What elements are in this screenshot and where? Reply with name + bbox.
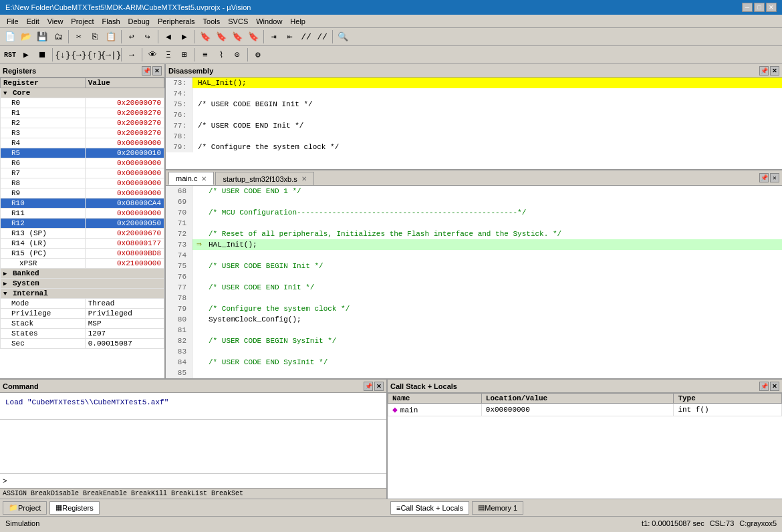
back-btn[interactable]: ◀ bbox=[161, 29, 176, 44]
restore-button[interactable]: □ bbox=[754, 3, 765, 12]
registers-table[interactable]: Register Value ▼ CoreR00x20000070R10x200… bbox=[0, 78, 164, 378]
status-col: CSL:73 bbox=[710, 519, 735, 527]
step-into-btn[interactable]: {↓} bbox=[55, 47, 70, 62]
redo-btn[interactable]: ↪ bbox=[140, 29, 155, 44]
btab-project[interactable]: 📁 Project bbox=[3, 501, 47, 515]
uncomment-btn[interactable]: // bbox=[315, 29, 330, 44]
callstack-content[interactable]: Name Location/Value Type ◆main0x00000000… bbox=[388, 393, 782, 499]
command-output-area[interactable]: Load "CubeMTXTest5\\CubeMTXTest5.axf" bbox=[0, 393, 386, 419]
search-btn[interactable]: 🔍 bbox=[336, 29, 350, 44]
registers-tab-label: Registers bbox=[62, 504, 93, 512]
right-panels: Disassembly 📌 ✕ 73: HAL_Init();74:75: /*… bbox=[166, 64, 782, 378]
menu-view[interactable]: View bbox=[43, 16, 68, 27]
disassembly-title: Disassembly bbox=[168, 67, 213, 75]
comment-btn[interactable]: // bbox=[299, 29, 313, 44]
next-bookmark-btn[interactable]: 🔖 bbox=[230, 29, 245, 44]
outdent-btn[interactable]: ⇤ bbox=[283, 29, 297, 44]
callstack-pin-btn[interactable]: 📌 bbox=[759, 382, 769, 391]
callstack-title: Call Stack + Locals bbox=[390, 382, 457, 390]
callstack-header-buttons: 📌 ✕ bbox=[759, 382, 779, 391]
disasm-btn[interactable]: ≡ bbox=[198, 47, 213, 62]
step-over-btn[interactable]: {→} bbox=[72, 47, 86, 62]
callstack-panel: Call Stack + Locals 📌 ✕ Name Location/Va… bbox=[388, 380, 782, 499]
table-row: ◆main0x00000000int f() bbox=[388, 404, 782, 416]
cut-btn[interactable]: ✂ bbox=[72, 29, 86, 44]
title-controls: ─ □ ✕ bbox=[742, 3, 777, 12]
command-scrollable[interactable] bbox=[0, 420, 386, 473]
btab-registers[interactable]: ▦ Registers bbox=[49, 501, 99, 515]
stop-btn[interactable]: ⏹ bbox=[35, 47, 49, 62]
registers-header-buttons: 📌 ✕ bbox=[142, 66, 162, 76]
watch-btn[interactable]: 👁 bbox=[145, 47, 160, 62]
mem-btn[interactable]: Ξ bbox=[161, 47, 176, 62]
disassembly-content[interactable]: 73: HAL_Init();74:75: /* USER CODE BEGIN… bbox=[166, 78, 782, 169]
copy-btn[interactable]: ⎘ bbox=[88, 29, 102, 44]
code-pin-btn[interactable]: 📌 bbox=[759, 173, 769, 182]
btab-memory1[interactable]: ▤ Memory 1 bbox=[472, 501, 523, 515]
callstack-close-btn[interactable]: ✕ bbox=[770, 382, 779, 391]
settings-btn[interactable]: ⚙ bbox=[251, 47, 265, 62]
run-to-cursor-btn[interactable]: {→|} bbox=[104, 47, 118, 62]
save-all-btn[interactable]: 🗂 bbox=[51, 29, 66, 44]
title-text: E:\New Folder\CubeMTXTest5\MDK-ARM\CubeM… bbox=[5, 3, 251, 11]
command-input[interactable] bbox=[10, 477, 384, 485]
run-btn[interactable]: ▶ bbox=[19, 47, 33, 62]
minimize-button[interactable]: ─ bbox=[742, 3, 753, 12]
status-time: t1: 0.00015087 sec bbox=[642, 519, 704, 527]
regs-btn[interactable]: ⊞ bbox=[177, 47, 192, 62]
toolbar-2: RST ▶ ⏹ {↓} {→} {↑} {→|} → 👁 Ξ ⊞ ≡ ⌇ ⊙ ⚙ bbox=[0, 46, 782, 64]
close-button[interactable]: ✕ bbox=[766, 3, 777, 12]
menu-window[interactable]: Window bbox=[252, 16, 286, 27]
menu-debug[interactable]: Debug bbox=[124, 16, 154, 27]
trace-btn[interactable]: ⌇ bbox=[214, 47, 229, 62]
registers-pin-btn[interactable]: 📌 bbox=[142, 66, 151, 76]
menu-flash[interactable]: Flash bbox=[98, 16, 124, 27]
new-file-btn[interactable]: 📄 bbox=[3, 29, 17, 44]
sep7 bbox=[52, 48, 53, 61]
undo-btn[interactable]: ↩ bbox=[124, 29, 139, 44]
bottom-panels: Command 📌 ✕ Load "CubeMTXTest5\\CubeMTXT… bbox=[0, 378, 782, 499]
memory1-tab-icon: ▤ bbox=[478, 503, 485, 512]
rst-btn[interactable]: RST bbox=[3, 47, 17, 62]
command-header-buttons: 📌 ✕ bbox=[364, 382, 384, 391]
sep8 bbox=[121, 48, 122, 61]
prev-bookmark-btn[interactable]: 🔖 bbox=[214, 29, 229, 44]
menu-tools[interactable]: Tools bbox=[199, 16, 225, 27]
code-tab-main-c[interactable]: main.c✕ bbox=[168, 172, 214, 185]
disassembly-pin-btn[interactable]: 📌 bbox=[759, 66, 769, 76]
command-input-area: > bbox=[0, 473, 386, 488]
sep1 bbox=[68, 30, 69, 43]
menu-project[interactable]: Project bbox=[67, 16, 98, 27]
command-header: Command 📌 ✕ bbox=[0, 380, 386, 393]
code-close-btn[interactable]: ✕ bbox=[770, 173, 779, 182]
status-extra: C:grayxox5 bbox=[739, 519, 777, 527]
registers-close-btn[interactable]: ✕ bbox=[152, 66, 162, 76]
bookmark-btn[interactable]: 🔖 bbox=[198, 29, 213, 44]
indent-btn[interactable]: ⇥ bbox=[267, 29, 281, 44]
sep10 bbox=[194, 48, 195, 61]
save-btn[interactable]: 💾 bbox=[35, 29, 49, 44]
menu-file[interactable]: File bbox=[3, 16, 23, 27]
btab-callstack[interactable]: ≡ Call Stack + Locals bbox=[390, 501, 469, 515]
command-prompt: > bbox=[3, 477, 7, 485]
disassembly-close-btn[interactable]: ✕ bbox=[770, 66, 779, 76]
bottom-tab-left: 📁 Project ▦ Registers bbox=[0, 501, 388, 515]
perf-btn[interactable]: ⊙ bbox=[230, 47, 245, 62]
menu-edit[interactable]: Edit bbox=[23, 16, 43, 27]
command-close-btn[interactable]: ✕ bbox=[374, 382, 384, 391]
memory1-tab-label: Memory 1 bbox=[485, 504, 517, 512]
show-next-stmt-btn[interactable]: → bbox=[124, 47, 139, 62]
clear-bookmark-btn[interactable]: 🔖 bbox=[246, 29, 261, 44]
menu-peripherals[interactable]: Peripherals bbox=[154, 16, 199, 27]
open-btn[interactable]: 📂 bbox=[19, 29, 33, 44]
title-bar: E:\New Folder\CubeMTXTest5\MDK-ARM\CubeM… bbox=[0, 0, 782, 15]
paste-btn[interactable]: 📋 bbox=[104, 29, 118, 44]
menu-help[interactable]: Help bbox=[286, 16, 309, 27]
menu-svcs[interactable]: SVCS bbox=[224, 16, 252, 27]
bottom-tab-strip: 📁 Project ▦ Registers ≡ Call Stack + Loc… bbox=[0, 499, 782, 516]
code-content[interactable]: 68 /* USER CODE END 1 */6970 /* MCU Conf… bbox=[166, 186, 782, 378]
command-pin-btn[interactable]: 📌 bbox=[364, 382, 373, 391]
code-tab-startup_stm32f103xb-s[interactable]: startup_stm32f103xb.s✕ bbox=[215, 172, 313, 185]
forward-btn[interactable]: ▶ bbox=[177, 29, 192, 44]
registers-title: Registers bbox=[3, 67, 36, 75]
